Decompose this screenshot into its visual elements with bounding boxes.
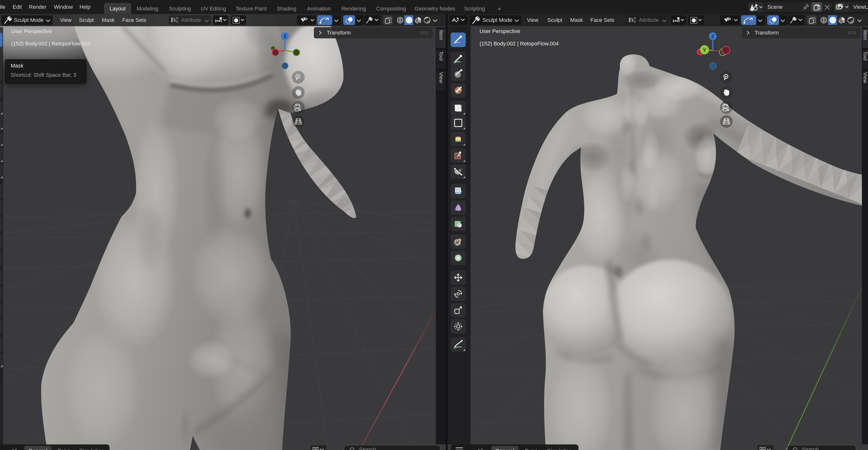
svg-text:Z: Z: [711, 34, 714, 39]
svg-text:Z: Z: [283, 34, 286, 39]
svg-text:Y: Y: [703, 47, 706, 53]
